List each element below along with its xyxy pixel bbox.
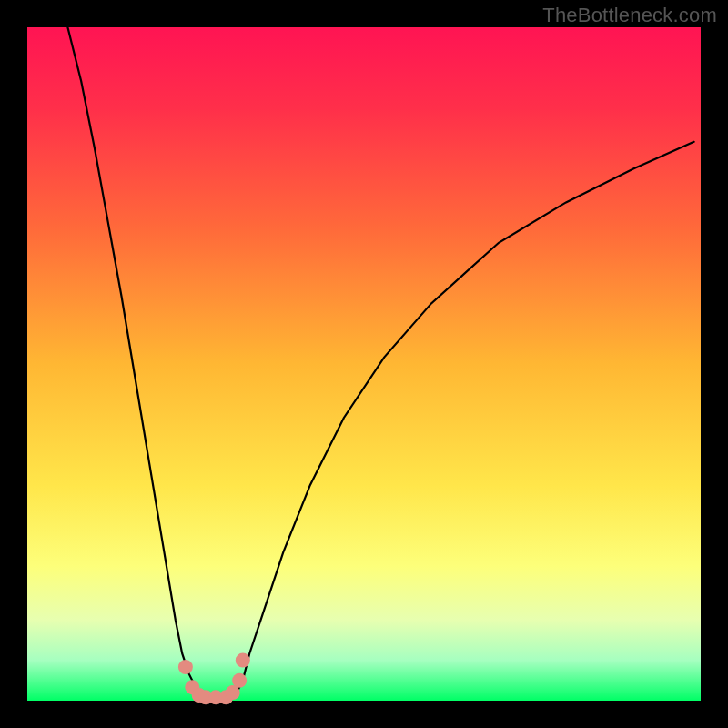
bottleneck-chart bbox=[0, 0, 728, 728]
valley-marker bbox=[236, 653, 250, 668]
plot-background bbox=[27, 27, 701, 701]
chart-frame: TheBottleneck.com bbox=[0, 0, 728, 728]
watermark-text: TheBottleneck.com bbox=[542, 4, 717, 27]
valley-marker bbox=[178, 660, 193, 674]
valley-marker bbox=[232, 673, 247, 688]
